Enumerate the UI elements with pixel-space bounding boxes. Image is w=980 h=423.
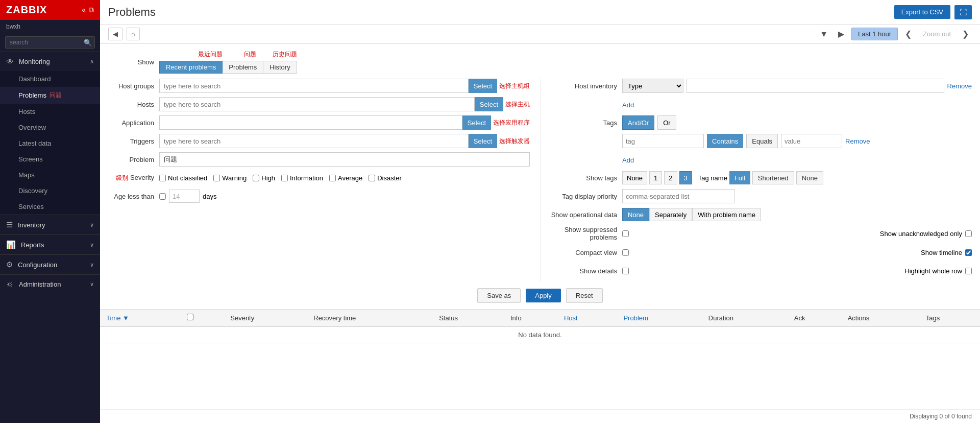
host-inventory-inputs: Type Remove xyxy=(622,79,972,93)
th-severity: Severity xyxy=(224,310,307,326)
tag-value-input[interactable] xyxy=(781,134,842,148)
tag-name-none-button[interactable]: None xyxy=(796,171,823,184)
home-button[interactable]: ⌂ xyxy=(127,28,140,40)
tag-name-input[interactable] xyxy=(622,134,704,148)
fullscreen-button[interactable]: ⛶ xyxy=(954,5,972,19)
th-time[interactable]: Time ▼ xyxy=(100,310,181,326)
expand-icon[interactable]: ⧉ xyxy=(89,6,94,14)
monitoring-sub-items: Dashboard Problems 问题 Hosts Overview Lat… xyxy=(0,71,100,215)
hosts-select-button[interactable]: Select xyxy=(475,97,503,111)
sidebar-item-services[interactable]: Services xyxy=(0,199,100,215)
reset-button[interactable]: Reset xyxy=(566,288,603,303)
show-tags-1-button[interactable]: 1 xyxy=(649,171,662,184)
host-inventory-remove-button[interactable]: Remove xyxy=(947,82,972,90)
sidebar-item-hosts[interactable]: Hosts xyxy=(0,104,100,120)
host-inventory-add-button[interactable]: Add xyxy=(622,101,634,109)
severity-information-checkbox[interactable] xyxy=(281,175,288,181)
time-nav-down[interactable]: ▼ xyxy=(817,29,831,40)
hosts-input[interactable] xyxy=(159,97,475,111)
tag-remove-button[interactable]: Remove xyxy=(845,137,870,145)
save-as-button[interactable]: Save as xyxy=(477,288,521,303)
age-checkbox[interactable] xyxy=(159,193,166,200)
time-prev-button[interactable]: ❮ xyxy=(902,28,915,40)
show-tags-3-button[interactable]: 3 xyxy=(679,171,692,184)
export-csv-button[interactable]: Export to CSV xyxy=(894,5,950,19)
sidebar-item-discovery[interactable]: Discovery xyxy=(0,183,100,199)
sidebar-search-input[interactable] xyxy=(5,36,95,49)
toolbar-row: ◀ ⌂ ▼ ▶ Last 1 hour ❮ Zoom out ❯ xyxy=(100,25,980,44)
tags-and-or-button[interactable]: And/Or xyxy=(622,115,654,130)
table-row-no-data: No data found. xyxy=(100,326,980,343)
sidebar-collapse-button[interactable]: ◀ xyxy=(108,28,122,40)
severity-average-checkbox[interactable] xyxy=(329,175,336,181)
show-details-checkbox[interactable] xyxy=(622,268,629,274)
filter-grid: Host groups Select 选择主机组 Hosts Select 选择… xyxy=(108,79,972,282)
op-none-button[interactable]: None xyxy=(622,208,649,221)
triggers-select-button[interactable]: Select xyxy=(469,134,497,148)
show-tags-2-button[interactable]: 2 xyxy=(664,171,677,184)
op-separately-button[interactable]: Separately xyxy=(649,208,692,221)
tab-history[interactable]: History xyxy=(263,61,297,74)
time-range-button[interactable]: Last 1 hour xyxy=(851,28,898,40)
highlight-row-checkbox[interactable] xyxy=(965,268,972,274)
table-header: Time ▼ Severity Recovery time Status xyxy=(100,310,980,326)
sidebar-item-screens[interactable]: Screens xyxy=(0,151,100,167)
tab-problems[interactable]: Problems xyxy=(223,61,263,74)
severity-disaster-checkbox[interactable] xyxy=(369,175,375,181)
sidebar-item-inventory[interactable]: ☰ Inventory ∨ xyxy=(0,215,100,234)
sidebar-search-container: 🔍 xyxy=(0,33,100,52)
application-select-button[interactable]: Select xyxy=(462,115,491,130)
tag-filter-row: Contains Equals Remove xyxy=(622,134,972,148)
op-with-problem-button[interactable]: With problem name xyxy=(692,208,761,221)
tag-display-priority-input[interactable] xyxy=(622,189,734,203)
tag-equals-button[interactable]: Equals xyxy=(746,134,778,148)
tag-name-shortened-button[interactable]: Shortened xyxy=(752,171,794,184)
sidebar-item-problems[interactable]: Problems 问题 xyxy=(0,87,100,104)
tag-contains-button[interactable]: Contains xyxy=(707,134,743,148)
problems-cn-annotation: 问题 xyxy=(244,50,256,59)
severity-not-classified-checkbox[interactable] xyxy=(159,175,166,181)
tag-name-full-button[interactable]: Full xyxy=(729,171,750,184)
sidebar-item-administration[interactable]: ⛭ Administration ∨ xyxy=(0,275,100,294)
sidebar-item-maps[interactable]: Maps xyxy=(0,167,100,183)
sidebar-logo-icons[interactable]: « ⧉ xyxy=(82,6,94,14)
sidebar-item-overview[interactable]: Overview xyxy=(0,120,100,135)
problem-input[interactable] xyxy=(159,152,530,167)
host-groups-input[interactable] xyxy=(159,79,469,93)
show-timeline-checkbox[interactable] xyxy=(965,249,972,256)
sidebar-item-monitoring[interactable]: 👁 Monitoring ∧ xyxy=(0,52,100,71)
tags-or-button[interactable]: Or xyxy=(657,115,676,130)
admin-icon: ⛭ xyxy=(6,280,14,289)
host-groups-select-button[interactable]: Select xyxy=(469,79,497,93)
apply-button[interactable]: Apply xyxy=(526,289,561,302)
age-value-input[interactable] xyxy=(169,190,200,203)
collapse-icon[interactable]: « xyxy=(82,6,86,14)
show-unack-checkbox[interactable] xyxy=(965,230,972,237)
hosts-row: Hosts Select 选择主机 xyxy=(108,97,530,111)
severity-high-checkbox[interactable] xyxy=(253,175,259,181)
show-tags-row: Show tags None 1 2 3 Tag name Full Short… xyxy=(551,171,972,185)
sidebar-item-dashboard[interactable]: Dashboard xyxy=(0,71,100,87)
hosts-input-group: Select xyxy=(159,97,503,111)
application-input-group: Select xyxy=(159,115,491,130)
show-operational-label: Show operational data xyxy=(551,211,622,219)
select-all-checkbox[interactable] xyxy=(187,314,193,320)
severity-warning-checkbox[interactable] xyxy=(213,175,220,181)
triggers-input[interactable] xyxy=(159,134,469,148)
application-input[interactable] xyxy=(159,115,462,130)
show-operational-row: Show operational data None Separately Wi… xyxy=(551,207,972,222)
sidebar-item-reports[interactable]: 📊 Reports ∨ xyxy=(0,235,100,254)
zoom-out-button[interactable]: Zoom out xyxy=(919,28,955,40)
time-next-button[interactable]: ❯ xyxy=(959,28,972,40)
host-inventory-value-input[interactable] xyxy=(687,79,944,93)
time-nav-right[interactable]: ▶ xyxy=(835,28,847,40)
sidebar-item-configuration[interactable]: ⚙ Configuration ∨ xyxy=(0,255,100,274)
show-suppressed-checkbox[interactable] xyxy=(622,230,629,237)
sidebar-item-latest-data[interactable]: Latest data xyxy=(0,135,100,151)
show-tags-none-button[interactable]: None xyxy=(622,171,647,184)
tab-recent-problems[interactable]: Recent problems xyxy=(159,61,223,74)
th-tags: Tags xyxy=(920,310,980,326)
compact-view-checkbox[interactable] xyxy=(622,249,629,256)
tag-add-button[interactable]: Add xyxy=(622,156,634,164)
host-inventory-select[interactable]: Type xyxy=(622,79,683,93)
